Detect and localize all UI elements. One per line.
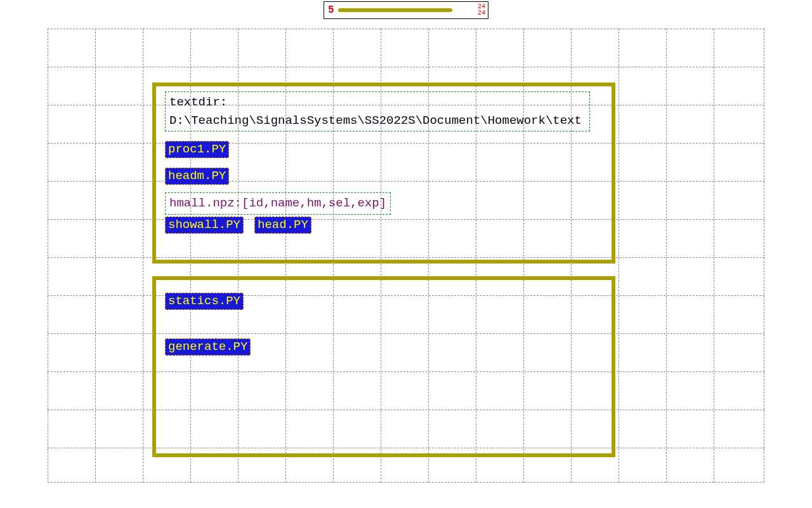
progress-indicator: 5 24 24 — [324, 1, 488, 19]
grid-canvas: textdir: D:\Teaching\SignalsSystems\SS20… — [48, 29, 764, 483]
progress-totals: 24 24 — [478, 4, 488, 17]
textdir-box: textdir: D:\Teaching\SignalsSystems\SS20… — [165, 91, 590, 131]
block-output-generation: statics.PY generate.PY — [152, 276, 615, 457]
grid-v — [143, 29, 143, 483]
script-showall[interactable]: showall.PY — [165, 217, 244, 234]
grid-h — [48, 67, 764, 67]
npz-desc: hmall.npz:[id,name,hm,sel,exp] — [165, 192, 391, 215]
script-head[interactable]: head.PY — [254, 217, 311, 234]
block-input-processing: textdir: D:\Teaching\SignalsSystems\SS20… — [152, 83, 615, 264]
script-statics[interactable]: statics.PY — [165, 293, 244, 310]
grid-h — [48, 482, 764, 483]
textdir-path: D:\Teaching\SignalsSystems\SS2022S\Docum… — [169, 114, 582, 128]
grid-v — [714, 29, 714, 483]
progress-total-bottom: 24 — [478, 10, 485, 17]
grid-v — [95, 29, 96, 483]
grid-v — [48, 29, 48, 483]
grid-v — [764, 29, 764, 483]
script-proc1[interactable]: proc1.PY — [165, 141, 229, 158]
grid-h — [48, 29, 764, 29]
script-generate[interactable]: generate.PY — [165, 338, 251, 356]
grid-v — [666, 29, 667, 483]
progress-bar — [338, 8, 452, 12]
textdir-label: textdir: — [169, 95, 227, 109]
progress-current: 5 — [324, 4, 338, 16]
grid-v — [619, 29, 619, 483]
script-headm[interactable]: headm.PY — [165, 168, 229, 185]
